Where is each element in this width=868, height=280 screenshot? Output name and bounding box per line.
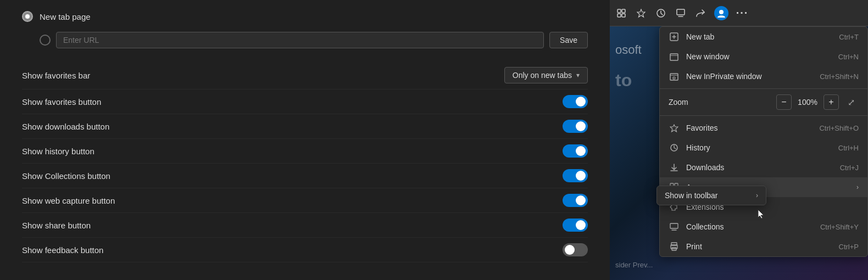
zoom-row: Zoom − 100% + ⤢: [660, 91, 867, 113]
history-toolbar-icon[interactable]: [655, 7, 667, 19]
menu-new-tab-shortcut: Ctrl+T: [839, 33, 859, 41]
browser-toolbar: ···: [610, 0, 868, 26]
menu-print-shortcut: Ctrl+P: [839, 243, 859, 251]
url-input[interactable]: [56, 32, 544, 48]
browser-bg-text2: to: [615, 70, 632, 91]
zoom-plus-button[interactable]: +: [824, 94, 839, 110]
downloads-menu-icon: [669, 162, 680, 173]
menu-item-new-tab[interactable]: New tab Ctrl+T: [660, 27, 867, 47]
inprivate-icon: [669, 71, 680, 82]
web-capture-button-row: Show web capture button: [22, 188, 588, 213]
favorites-bar-option: Only on new tabs: [513, 71, 572, 80]
svg-rect-1: [622, 9, 625, 13]
downloads-button-label: Show downloads button: [22, 122, 109, 131]
history-menu-icon: [669, 142, 680, 153]
favorites-menu-icon: [669, 122, 680, 133]
zoom-fullscreen-icon[interactable]: ⤢: [843, 94, 859, 110]
favorites-button-toggle[interactable]: [563, 95, 588, 108]
menu-history-label: History: [686, 143, 832, 152]
svg-point-8: [719, 10, 724, 14]
share-button-label: Show share button: [22, 221, 91, 230]
menu-new-tab-label: New tab: [686, 32, 832, 41]
extensions-icon[interactable]: [615, 7, 627, 19]
menu-downloads-label: Downloads: [686, 163, 833, 172]
show-in-toolbar-arrow-icon: ›: [756, 192, 758, 199]
share-button-toggle[interactable]: [563, 219, 588, 232]
menu-item-downloads[interactable]: Downloads Ctrl+J: [660, 158, 867, 177]
favorites-button-row: Show favorites button: [22, 89, 588, 114]
apps-submenu: Show in toolbar ›: [656, 186, 766, 205]
zoom-value: 100%: [796, 98, 819, 107]
new-window-icon: [669, 51, 680, 62]
profile-avatar[interactable]: [714, 6, 728, 20]
favorites-bar-dropdown[interactable]: Only on new tabs ▾: [504, 67, 588, 83]
svg-rect-25: [670, 223, 678, 228]
apps-submenu-arrow-icon: ›: [856, 183, 859, 191]
collections-menu-icon: [669, 221, 680, 232]
history-button-label: Show history button: [22, 147, 94, 156]
save-button[interactable]: Save: [549, 32, 588, 48]
url-row: Save: [22, 32, 588, 48]
menu-new-window-shortcut: Ctrl+N: [838, 53, 859, 61]
menu-favorites-label: Favorites: [686, 124, 813, 132]
menu-item-inprivate[interactable]: New InPrivate window Ctrl+Shift+N: [660, 66, 867, 86]
menu-inprivate-label: New InPrivate window: [686, 72, 813, 81]
feedback-button-row: Show feedback button: [22, 238, 588, 262]
browser-bg-text3: sider Prev...: [615, 261, 653, 269]
menu-history-shortcut: Ctrl+H: [838, 144, 859, 152]
menu-new-window-label: New window: [686, 52, 832, 61]
downloads-button-row: Show downloads button: [22, 114, 588, 139]
web-capture-button-toggle[interactable]: [563, 194, 588, 207]
favorites-bar-label: Show favorites bar: [22, 71, 90, 80]
svg-marker-17: [670, 125, 678, 132]
new-tab-radio-row: New tab page: [22, 11, 588, 22]
collections-button-toggle[interactable]: [563, 169, 588, 182]
more-icon[interactable]: ···: [736, 7, 748, 19]
favorites-button-label: Show favorites button: [22, 97, 101, 107]
browser-dropdown-menu: New tab Ctrl+T New window Ctrl+N: [659, 26, 868, 257]
share-toolbar-icon[interactable]: [694, 7, 706, 19]
collections-button-row: Show Collections button: [22, 164, 588, 188]
menu-item-new-window[interactable]: New window Ctrl+N: [660, 47, 867, 66]
print-menu-icon: [669, 241, 680, 252]
share-button-row: Show share button: [22, 213, 588, 238]
browser-bg-text1: osoft: [615, 43, 642, 57]
svg-point-16: [673, 77, 675, 79]
menu-item-favorites[interactable]: Favorites Ctrl+Shift+O: [660, 118, 867, 138]
browser-content: osoft to sider Prev... New tab Ctrl+T: [610, 26, 868, 280]
svg-rect-12: [670, 54, 678, 60]
zoom-label: Zoom: [669, 98, 772, 107]
zoom-minus-button[interactable]: −: [776, 94, 792, 110]
collections-button-label: Show Collections button: [22, 171, 110, 181]
menu-divider-1: [660, 88, 867, 89]
favorites-toolbar-icon[interactable]: [635, 7, 647, 19]
new-tab-radio[interactable]: [22, 11, 33, 22]
menu-inprivate-shortcut: Ctrl+Shift+N: [820, 72, 859, 81]
menu-item-history[interactable]: History Ctrl+H: [660, 138, 867, 158]
feedback-button-label: Show feedback button: [22, 245, 103, 255]
svg-rect-6: [677, 9, 685, 15]
svg-rect-2: [617, 14, 621, 17]
svg-marker-4: [637, 9, 645, 17]
svg-rect-3: [622, 14, 625, 17]
menu-divider-2: [660, 115, 867, 116]
new-tab-label: New tab page: [40, 12, 91, 21]
menu-item-collections[interactable]: Collections Ctrl+Shift+Y: [660, 217, 867, 237]
collections-toolbar-icon[interactable]: [675, 7, 687, 19]
apps-show-in-toolbar-label: Show in toolbar: [665, 191, 750, 200]
settings-panel: New tab page Save Show favorites bar Onl…: [0, 0, 610, 280]
menu-print-label: Print: [686, 242, 832, 251]
new-tab-icon: [669, 31, 680, 42]
web-capture-button-label: Show web capture button: [22, 196, 115, 205]
feedback-button-toggle[interactable]: [563, 243, 588, 256]
menu-item-print[interactable]: Print Ctrl+P: [660, 237, 867, 256]
browser-panel: ··· osoft to sider Prev... New tab Ctrl+…: [610, 0, 868, 280]
menu-downloads-shortcut: Ctrl+J: [840, 164, 859, 172]
history-button-toggle[interactable]: [563, 144, 588, 158]
apps-submenu-item-show-in-toolbar[interactable]: Show in toolbar ›: [657, 186, 766, 205]
svg-rect-0: [617, 9, 621, 13]
history-button-row: Show history button: [22, 139, 588, 164]
favorites-bar-row: Show favorites bar Only on new tabs ▾: [22, 61, 588, 89]
url-radio[interactable]: [40, 35, 51, 46]
downloads-button-toggle[interactable]: [563, 120, 588, 133]
